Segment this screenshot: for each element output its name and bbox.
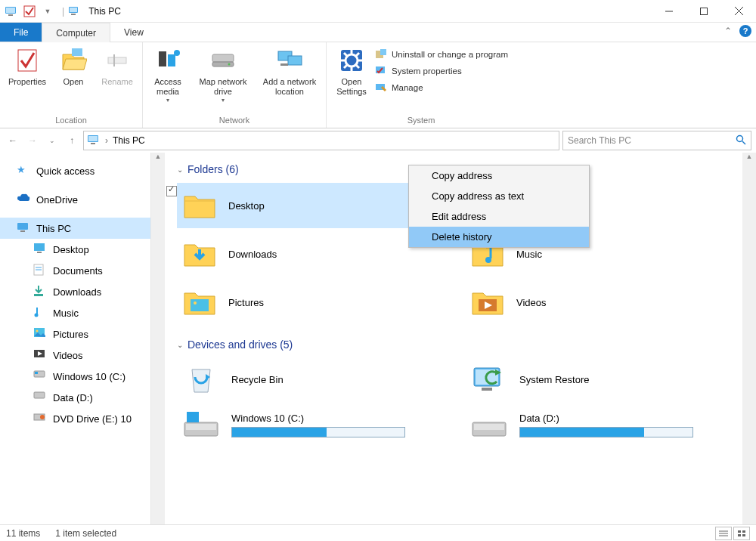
sidebar-documents[interactable]: Documents bbox=[0, 260, 150, 281]
svg-rect-8 bbox=[701, 8, 708, 14]
devices-group-header[interactable]: ⌄ Devices and drives (5) bbox=[177, 339, 738, 351]
map-network-drive-button[interactable]: Map network drive▾ bbox=[190, 44, 256, 106]
open-settings-label: Open Settings bbox=[331, 77, 372, 97]
svg-rect-13 bbox=[108, 57, 126, 63]
ribbon-group-label: Location bbox=[0, 116, 142, 128]
manage-button[interactable]: Manage bbox=[375, 82, 508, 94]
view-details-button[interactable] bbox=[715, 527, 732, 540]
drive-recycle-bin[interactable]: Recycle Bin bbox=[177, 358, 450, 400]
open-settings-button[interactable]: Open Settings bbox=[330, 44, 373, 98]
sidebar-videos[interactable]: Videos bbox=[0, 345, 150, 366]
main-scrollbar[interactable]: ▲ bbox=[742, 153, 756, 524]
context-delete-history[interactable]: Delete history bbox=[409, 227, 589, 247]
folders-header-label: Folders (6) bbox=[187, 163, 239, 175]
up-button[interactable]: ↑ bbox=[64, 132, 80, 149]
svg-rect-50 bbox=[34, 294, 43, 296]
svg-rect-75 bbox=[474, 424, 504, 430]
close-button[interactable] bbox=[721, 0, 756, 23]
status-items: 11 items bbox=[6, 528, 40, 539]
svg-rect-16 bbox=[168, 54, 175, 66]
address-crumb[interactable]: This PC bbox=[113, 135, 145, 146]
drive-label: Data (D:) bbox=[519, 413, 701, 424]
svg-rect-1 bbox=[6, 8, 15, 13]
drive-icon bbox=[33, 391, 47, 404]
access-media-label: Access media bbox=[147, 77, 188, 97]
desktop-icon bbox=[33, 243, 47, 256]
uninstall-icon bbox=[375, 48, 387, 60]
sidebar-windows10-drive[interactable]: Windows 10 (C:) bbox=[0, 366, 150, 387]
sidebar-quick-access[interactable]: ★ Quick access bbox=[0, 160, 150, 181]
back-button[interactable]: ← bbox=[5, 132, 21, 149]
rename-label: Rename bbox=[101, 77, 133, 87]
tab-view[interactable]: View bbox=[110, 23, 157, 42]
titlebar: ▼ | This PC bbox=[0, 0, 756, 23]
uninstall-program-button[interactable]: Uninstall or change a program bbox=[375, 48, 508, 60]
minimize-button[interactable] bbox=[652, 0, 686, 23]
qat-dropdown-icon[interactable]: ▼ bbox=[41, 5, 54, 18]
drive-windows10[interactable]: Windows 10 (C:) bbox=[177, 403, 450, 446]
properties-qat-icon[interactable] bbox=[23, 5, 36, 18]
sidebar-label: Desktop bbox=[53, 244, 89, 255]
folder-pictures[interactable]: Pictures bbox=[177, 280, 450, 325]
sidebar-downloads[interactable]: Downloads bbox=[0, 281, 150, 302]
svg-point-17 bbox=[174, 50, 180, 56]
collapse-ribbon-icon[interactable]: ⌃ bbox=[724, 26, 732, 36]
folder-label: Downloads bbox=[228, 249, 277, 260]
access-media-button[interactable]: Access media▾ bbox=[146, 44, 190, 106]
help-icon[interactable]: ? bbox=[739, 25, 751, 37]
tab-computer[interactable]: Computer bbox=[42, 23, 110, 42]
manage-icon bbox=[375, 82, 387, 94]
context-copy-address-text[interactable]: Copy address as text bbox=[409, 186, 589, 206]
svg-rect-22 bbox=[288, 56, 302, 65]
svg-rect-23 bbox=[280, 63, 288, 66]
system-properties-icon bbox=[375, 65, 387, 77]
system-properties-button[interactable]: System properties bbox=[375, 65, 508, 77]
svg-rect-39 bbox=[88, 136, 98, 141]
svg-rect-72 bbox=[186, 424, 216, 430]
crumb-separator[interactable]: › bbox=[105, 135, 108, 146]
recent-dropdown[interactable]: ⌄ bbox=[44, 132, 60, 149]
properties-label: Properties bbox=[8, 77, 46, 87]
address-context-menu: Copy address Copy address as text Edit a… bbox=[408, 165, 590, 248]
drive-data[interactable]: Data (D:) bbox=[465, 403, 738, 446]
sidebar-desktop[interactable]: Desktop bbox=[0, 239, 150, 260]
folder-label: Videos bbox=[516, 297, 547, 308]
sidebar-dvd-drive[interactable]: DVD Drive (E:) 10 bbox=[0, 408, 150, 429]
svg-rect-80 bbox=[742, 530, 745, 533]
sidebar-label: Music bbox=[53, 308, 79, 319]
address-bar[interactable]: › This PC bbox=[83, 131, 559, 150]
sidebar-music[interactable]: Music bbox=[0, 302, 150, 323]
open-button[interactable]: Open bbox=[51, 44, 95, 88]
folder-icon bbox=[183, 287, 216, 317]
folder-videos[interactable]: Videos bbox=[465, 280, 738, 325]
maximize-button[interactable] bbox=[686, 0, 721, 23]
sidebar-data-drive[interactable]: Data (D:) bbox=[0, 387, 150, 408]
forward-button[interactable]: → bbox=[24, 132, 41, 149]
ribbon-group-location: Properties Open Rename Location bbox=[0, 42, 143, 128]
search-box[interactable]: Search This PC bbox=[562, 131, 751, 150]
drive-d-icon bbox=[471, 409, 507, 441]
tab-file[interactable]: File bbox=[0, 23, 42, 42]
drive-label: Recycle Bin bbox=[231, 374, 284, 385]
add-network-location-button[interactable]: Add a network location bbox=[256, 44, 323, 98]
properties-button[interactable]: Properties bbox=[3, 44, 51, 88]
sidebar-this-pc[interactable]: This PC bbox=[0, 218, 150, 239]
drive-label: System Restore bbox=[519, 374, 589, 385]
window-pc-icon bbox=[67, 5, 81, 18]
add-location-label: Add a network location bbox=[258, 77, 321, 97]
folder-icon bbox=[183, 239, 216, 269]
music-icon bbox=[33, 306, 47, 320]
view-large-icons-button[interactable] bbox=[733, 527, 750, 540]
svg-rect-69 bbox=[482, 388, 492, 391]
sidebar-pictures[interactable]: Pictures bbox=[0, 323, 150, 345]
drive-system-restore[interactable]: System Restore bbox=[465, 358, 738, 400]
context-copy-address[interactable]: Copy address bbox=[409, 165, 589, 186]
search-icon[interactable] bbox=[736, 134, 746, 147]
pictures-icon bbox=[33, 327, 47, 341]
svg-rect-40 bbox=[91, 143, 95, 144]
context-edit-address[interactable]: Edit address bbox=[409, 206, 589, 227]
svg-point-53 bbox=[36, 330, 39, 332]
sidebar-scrollbar[interactable]: ▲ bbox=[151, 153, 165, 524]
documents-icon bbox=[33, 264, 47, 277]
sidebar-onedrive[interactable]: OneDrive bbox=[0, 189, 150, 210]
